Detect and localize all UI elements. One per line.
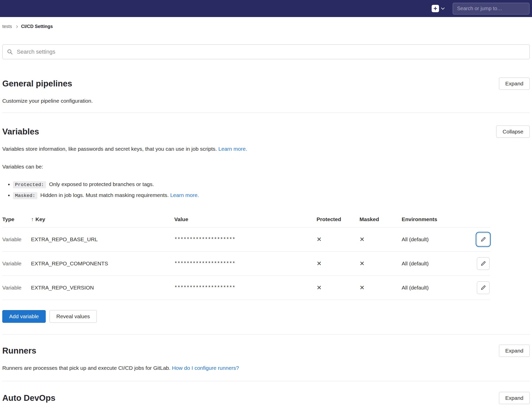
breadcrumb-current-page: CI/CD Settings bbox=[21, 24, 53, 29]
breadcrumb: tests CI/CD Settings bbox=[2, 17, 530, 29]
pencil-icon bbox=[480, 285, 486, 291]
bullet-protected: Protected: Only exposed to protected bra… bbox=[13, 181, 530, 188]
variables-table: Type ↑ Key Value Protected Masked Enviro… bbox=[2, 211, 490, 300]
header-key: Key bbox=[36, 216, 45, 222]
expand-auto-devops-button[interactable]: Expand bbox=[499, 392, 530, 404]
edit-variable-button[interactable] bbox=[477, 281, 490, 294]
section-runners: Runners Expand Runners are processes tha… bbox=[2, 345, 530, 371]
expand-general-pipelines-button[interactable]: Expand bbox=[499, 78, 530, 90]
variables-actions: Add variable Reveal values bbox=[2, 310, 530, 323]
section-divider bbox=[2, 113, 530, 113]
sort-ascending-icon: ↑ bbox=[31, 216, 34, 222]
plus-box-icon: + bbox=[432, 5, 439, 12]
section-general-pipelines: General pipelines Expand Customize your … bbox=[2, 78, 530, 104]
configure-runners-link[interactable]: How do I configure runners? bbox=[172, 365, 239, 371]
chevron-right-icon bbox=[15, 25, 18, 28]
variables-title: Variables bbox=[2, 127, 39, 137]
edit-variable-button[interactable] bbox=[477, 257, 490, 270]
table-row: Variable EXTRA_REPO_BASE_URL ***********… bbox=[2, 227, 490, 252]
masked-learn-more-link[interactable]: Learn more. bbox=[170, 192, 199, 198]
settings-search-input[interactable] bbox=[2, 44, 530, 59]
variable-key: EXTRA_REPO_VERSION bbox=[31, 285, 174, 291]
masked-x-icon: ✕ bbox=[359, 260, 402, 267]
collapse-variables-button[interactable]: Collapse bbox=[496, 126, 530, 138]
pencil-icon bbox=[480, 261, 486, 266]
variables-description: Variables store information, like passwo… bbox=[2, 145, 530, 152]
edit-variable-button[interactable] bbox=[477, 233, 490, 246]
variable-environments: All (default) bbox=[402, 261, 472, 267]
section-divider bbox=[2, 334, 530, 334]
chevron-down-icon bbox=[441, 6, 445, 10]
variables-intro: Variables can be: bbox=[2, 163, 530, 170]
header-type: Type bbox=[2, 216, 31, 222]
protected-x-icon: ✕ bbox=[317, 260, 359, 267]
variable-key: EXTRA_REPO_COMPONENTS bbox=[31, 261, 174, 267]
header-value: Value bbox=[174, 216, 317, 222]
header-environments: Environments bbox=[402, 216, 472, 222]
variable-type: Variable bbox=[2, 236, 31, 242]
table-row: Variable EXTRA_REPO_COMPONENTS *********… bbox=[2, 252, 490, 276]
masked-code-chip: Masked: bbox=[13, 192, 37, 199]
new-menu-button[interactable]: + bbox=[432, 5, 444, 12]
variables-learn-more-link[interactable]: Learn more. bbox=[218, 146, 247, 152]
variable-environments: All (default) bbox=[402, 236, 472, 242]
add-variable-button[interactable]: Add variable bbox=[2, 310, 46, 323]
variable-value-masked: ******************** bbox=[174, 285, 317, 291]
section-variables: Variables Collapse Variables store infor… bbox=[2, 126, 530, 323]
masked-x-icon: ✕ bbox=[359, 236, 402, 243]
masked-x-icon: ✕ bbox=[359, 284, 402, 291]
pencil-icon bbox=[480, 237, 486, 242]
header-masked: Masked bbox=[359, 216, 402, 222]
header-key-sort[interactable]: ↑ Key bbox=[31, 216, 174, 222]
auto-devops-title: Auto DevOps bbox=[2, 393, 55, 403]
variables-description-text: Variables store information, like passwo… bbox=[2, 146, 217, 152]
table-header-row: Type ↑ Key Value Protected Masked Enviro… bbox=[2, 211, 490, 227]
expand-runners-button[interactable]: Expand bbox=[499, 345, 530, 357]
table-row: Variable EXTRA_REPO_VERSION ************… bbox=[2, 276, 490, 300]
settings-search bbox=[2, 44, 530, 59]
variable-value-masked: ******************** bbox=[174, 237, 317, 242]
protected-x-icon: ✕ bbox=[317, 236, 359, 243]
variables-bullet-list: Protected: Only exposed to protected bra… bbox=[2, 181, 530, 199]
variable-type: Variable bbox=[2, 285, 31, 291]
variable-key: EXTRA_REPO_BASE_URL bbox=[31, 236, 174, 242]
page-content: tests CI/CD Settings General pipelines E… bbox=[0, 17, 532, 412]
bullet-masked: Masked: Hidden in job logs. Must match m… bbox=[13, 192, 530, 199]
variable-environments: All (default) bbox=[402, 285, 472, 291]
runners-description-text: Runners are processes that pick up and e… bbox=[2, 365, 170, 371]
top-navbar: + bbox=[0, 0, 532, 17]
breadcrumb-link-tests[interactable]: tests bbox=[2, 24, 12, 29]
protected-code-chip: Protected: bbox=[13, 181, 46, 188]
section-divider bbox=[2, 381, 530, 381]
runners-description: Runners are processes that pick up and e… bbox=[2, 364, 530, 371]
general-pipelines-description: Customize your pipeline configuration. bbox=[2, 97, 530, 104]
runners-title: Runners bbox=[2, 346, 36, 356]
section-auto-devops: Auto DevOps Expand Automate building, te… bbox=[2, 392, 530, 412]
search-icon bbox=[7, 49, 13, 55]
reveal-values-button[interactable]: Reveal values bbox=[50, 310, 97, 323]
variable-value-masked: ******************** bbox=[174, 261, 317, 267]
variable-type: Variable bbox=[2, 261, 31, 267]
bullet-masked-text: Hidden in job logs. Must match masking r… bbox=[40, 192, 169, 198]
protected-x-icon: ✕ bbox=[317, 284, 359, 291]
general-pipelines-title: General pipelines bbox=[2, 79, 72, 89]
bullet-protected-text: Only exposed to protected branches or ta… bbox=[49, 181, 154, 187]
header-protected: Protected bbox=[317, 216, 359, 222]
global-search-input[interactable] bbox=[453, 3, 529, 14]
